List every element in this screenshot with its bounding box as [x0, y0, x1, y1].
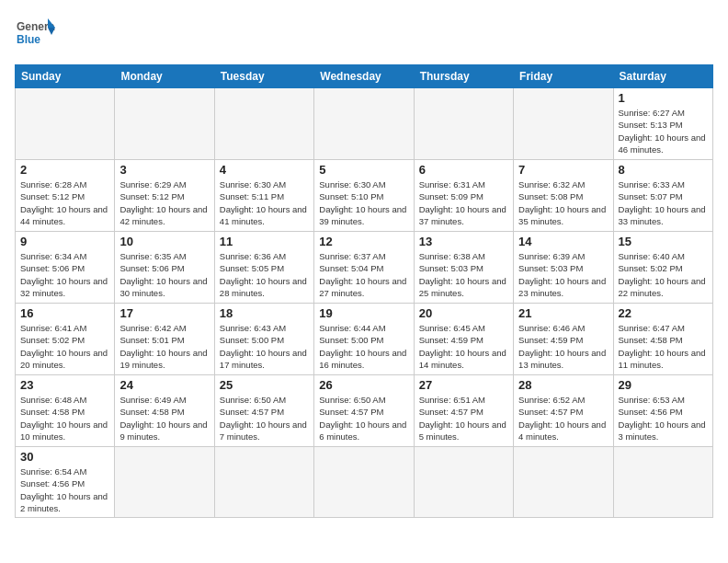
day-info: Sunrise: 6:32 AM Sunset: 5:08 PM Dayligh…: [518, 178, 608, 227]
day-info: Sunrise: 6:40 AM Sunset: 5:02 PM Dayligh…: [619, 250, 708, 299]
week-row-6: 30Sunrise: 6:54 AM Sunset: 4:56 PM Dayli…: [16, 447, 713, 518]
day-info: Sunrise: 6:52 AM Sunset: 4:57 PM Dayligh…: [518, 394, 608, 442]
day-number: 12: [319, 235, 408, 248]
calendar-cell: 2Sunrise: 6:28 AM Sunset: 5:12 PM Daylig…: [16, 160, 115, 232]
calendar-cell: 7Sunrise: 6:32 AM Sunset: 5:08 PM Daylig…: [514, 160, 613, 232]
header: General Blue: [15, 15, 713, 55]
calendar-cell: 24Sunrise: 6:49 AM Sunset: 4:58 PM Dayli…: [115, 375, 214, 447]
day-info: Sunrise: 6:38 AM Sunset: 5:03 PM Dayligh…: [419, 250, 508, 299]
day-number: 8: [619, 163, 708, 177]
day-number: 14: [518, 235, 608, 248]
day-number: 13: [419, 235, 508, 248]
day-info: Sunrise: 6:33 AM Sunset: 5:07 PM Dayligh…: [619, 178, 708, 227]
day-info: Sunrise: 6:29 AM Sunset: 5:12 PM Dayligh…: [119, 178, 209, 227]
calendar-cell: 8Sunrise: 6:33 AM Sunset: 5:07 PM Daylig…: [613, 160, 712, 232]
calendar-cell: 6Sunrise: 6:31 AM Sunset: 5:09 PM Daylig…: [414, 160, 513, 232]
day-info: Sunrise: 6:35 AM Sunset: 5:06 PM Dayligh…: [119, 250, 209, 299]
week-row-3: 9Sunrise: 6:34 AM Sunset: 5:06 PM Daylig…: [16, 232, 713, 304]
calendar-cell: 30Sunrise: 6:54 AM Sunset: 4:56 PM Dayli…: [16, 447, 115, 518]
calendar-cell: 15Sunrise: 6:40 AM Sunset: 5:02 PM Dayli…: [613, 232, 712, 304]
calendar-cell: 28Sunrise: 6:52 AM Sunset: 4:57 PM Dayli…: [514, 375, 613, 447]
calendar-cell: 10Sunrise: 6:35 AM Sunset: 5:06 PM Dayli…: [115, 232, 214, 304]
day-info: Sunrise: 6:37 AM Sunset: 5:04 PM Dayligh…: [319, 250, 408, 299]
day-number: 25: [220, 378, 309, 392]
calendar-cell: [414, 447, 513, 518]
calendar-cell: [16, 88, 115, 160]
day-info: Sunrise: 6:50 AM Sunset: 4:57 PM Dayligh…: [319, 394, 408, 442]
day-number: 17: [119, 306, 209, 320]
day-number: 30: [20, 450, 109, 464]
calendar-cell: [314, 447, 414, 518]
day-number: 2: [20, 163, 109, 177]
calendar-cell: 1Sunrise: 6:27 AM Sunset: 5:13 PM Daylig…: [613, 88, 712, 160]
calendar-cell: 18Sunrise: 6:43 AM Sunset: 5:00 PM Dayli…: [214, 304, 313, 375]
svg-text:Blue: Blue: [17, 33, 40, 46]
day-number: 20: [419, 306, 508, 320]
weekday-saturday: Saturday: [613, 65, 712, 88]
calendar-cell: [214, 88, 313, 160]
week-row-1: 1Sunrise: 6:27 AM Sunset: 5:13 PM Daylig…: [16, 88, 713, 160]
day-number: 27: [419, 378, 508, 392]
logo: General Blue: [15, 15, 55, 55]
calendar-cell: 3Sunrise: 6:29 AM Sunset: 5:12 PM Daylig…: [115, 160, 214, 232]
calendar-cell: [613, 447, 712, 518]
day-info: Sunrise: 6:30 AM Sunset: 5:11 PM Dayligh…: [220, 178, 309, 227]
week-row-5: 23Sunrise: 6:48 AM Sunset: 4:58 PM Dayli…: [16, 375, 713, 447]
calendar-cell: 29Sunrise: 6:53 AM Sunset: 4:56 PM Dayli…: [613, 375, 712, 447]
page: General Blue SundayMondayTuesdayWednesda…: [0, 0, 728, 563]
day-info: Sunrise: 6:28 AM Sunset: 5:12 PM Dayligh…: [20, 178, 109, 227]
day-number: 7: [518, 163, 608, 177]
calendar-cell: 16Sunrise: 6:41 AM Sunset: 5:02 PM Dayli…: [16, 304, 115, 375]
day-info: Sunrise: 6:39 AM Sunset: 5:03 PM Dayligh…: [518, 250, 608, 299]
calendar-cell: [514, 447, 613, 518]
day-number: 6: [419, 163, 508, 177]
day-info: Sunrise: 6:43 AM Sunset: 5:00 PM Dayligh…: [220, 322, 309, 371]
calendar-cell: 25Sunrise: 6:50 AM Sunset: 4:57 PM Dayli…: [214, 375, 313, 447]
day-number: 29: [619, 378, 708, 392]
weekday-friday: Friday: [514, 65, 613, 88]
day-info: Sunrise: 6:41 AM Sunset: 5:02 PM Dayligh…: [20, 322, 109, 371]
calendar-cell: 20Sunrise: 6:45 AM Sunset: 4:59 PM Dayli…: [414, 304, 513, 375]
calendar-cell: 21Sunrise: 6:46 AM Sunset: 4:59 PM Dayli…: [514, 304, 613, 375]
day-number: 11: [220, 235, 309, 248]
calendar-cell: [115, 88, 214, 160]
day-number: 23: [20, 378, 109, 392]
day-number: 5: [319, 163, 408, 177]
day-number: 3: [119, 163, 209, 177]
calendar-cell: [314, 88, 414, 160]
day-number: 21: [518, 306, 608, 320]
calendar-cell: [214, 447, 313, 518]
day-info: Sunrise: 6:45 AM Sunset: 4:59 PM Dayligh…: [419, 322, 508, 371]
day-info: Sunrise: 6:34 AM Sunset: 5:06 PM Dayligh…: [20, 250, 109, 299]
day-number: 24: [119, 378, 209, 392]
day-info: Sunrise: 6:36 AM Sunset: 5:05 PM Dayligh…: [220, 250, 309, 299]
day-info: Sunrise: 6:54 AM Sunset: 4:56 PM Dayligh…: [20, 465, 109, 514]
weekday-wednesday: Wednesday: [314, 65, 414, 88]
calendar-cell: 13Sunrise: 6:38 AM Sunset: 5:03 PM Dayli…: [414, 232, 513, 304]
day-info: Sunrise: 6:48 AM Sunset: 4:58 PM Dayligh…: [20, 394, 109, 442]
day-info: Sunrise: 6:53 AM Sunset: 4:56 PM Dayligh…: [619, 394, 708, 442]
calendar-cell: 27Sunrise: 6:51 AM Sunset: 4:57 PM Dayli…: [414, 375, 513, 447]
calendar-cell: 11Sunrise: 6:36 AM Sunset: 5:05 PM Dayli…: [214, 232, 313, 304]
calendar-cell: 9Sunrise: 6:34 AM Sunset: 5:06 PM Daylig…: [16, 232, 115, 304]
calendar-cell: [514, 88, 613, 160]
day-info: Sunrise: 6:27 AM Sunset: 5:13 PM Dayligh…: [619, 107, 708, 155]
day-number: 9: [20, 235, 109, 248]
day-number: 1: [619, 91, 708, 105]
calendar-cell: 4Sunrise: 6:30 AM Sunset: 5:11 PM Daylig…: [214, 160, 313, 232]
day-number: 26: [319, 378, 408, 392]
weekday-tuesday: Tuesday: [214, 65, 313, 88]
calendar-cell: 12Sunrise: 6:37 AM Sunset: 5:04 PM Dayli…: [314, 232, 414, 304]
calendar-cell: 5Sunrise: 6:30 AM Sunset: 5:10 PM Daylig…: [314, 160, 414, 232]
day-number: 19: [319, 306, 408, 320]
calendar-cell: 14Sunrise: 6:39 AM Sunset: 5:03 PM Dayli…: [514, 232, 613, 304]
day-number: 15: [619, 235, 708, 248]
day-number: 22: [619, 306, 708, 320]
calendar-cell: 23Sunrise: 6:48 AM Sunset: 4:58 PM Dayli…: [16, 375, 115, 447]
day-info: Sunrise: 6:46 AM Sunset: 4:59 PM Dayligh…: [518, 322, 608, 371]
calendar-cell: [414, 88, 513, 160]
calendar-cell: [115, 447, 214, 518]
weekday-thursday: Thursday: [414, 65, 513, 88]
day-number: 10: [119, 235, 209, 248]
weekday-monday: Monday: [115, 65, 214, 88]
